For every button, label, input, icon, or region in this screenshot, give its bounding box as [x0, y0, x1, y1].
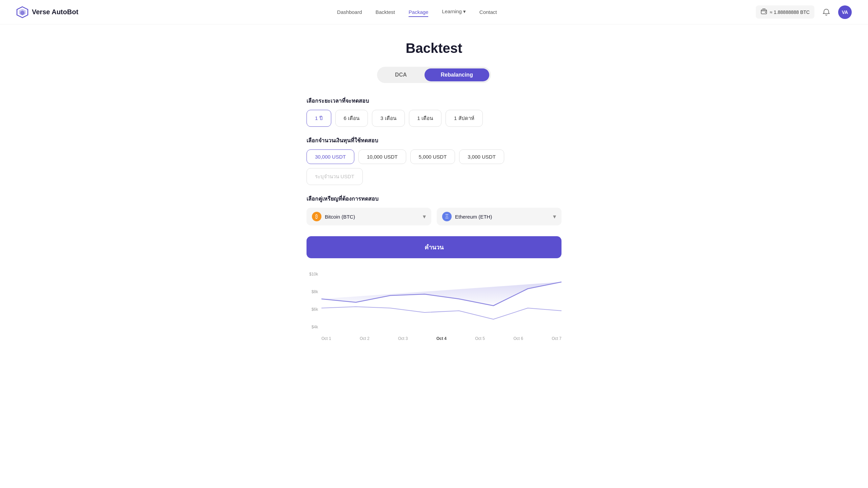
- y-label-10k: $10k: [309, 272, 318, 277]
- nav-link-learning[interactable]: Learning ▾: [442, 8, 466, 16]
- amount-option-5k[interactable]: 5,000 USDT: [410, 149, 455, 164]
- pair-label: เลือกคู่เหรียญที่ต้องการทดสอบ: [307, 195, 561, 203]
- y-label-6k: $6k: [312, 307, 318, 312]
- main-content: Backtest DCA Rebalancing เลือกระยะเวลาที…: [298, 24, 570, 353]
- calculate-button[interactable]: คำนวน: [307, 236, 561, 258]
- custom-amount-placeholder: ระบุจำนวน USDT: [315, 174, 354, 179]
- y-label-4k: $4k: [312, 325, 318, 329]
- period-label: เลือกระยะเวลาที่จะทดสอบ: [307, 97, 561, 105]
- notification-bell-button[interactable]: [821, 7, 831, 17]
- period-option-1y[interactable]: 1 ปี: [307, 110, 331, 127]
- period-option-3m[interactable]: 3 เดือน: [372, 110, 405, 127]
- nav-link-backtest[interactable]: Backtest: [376, 9, 395, 16]
- pair-row: ₿ Bitcoin (BTC) ▾ Ξ Ethereum (ETH) ▾: [307, 208, 561, 225]
- brand-logo[interactable]: Verse AutoBot: [16, 6, 78, 18]
- amount-label: เลือกจำนวนเงินทุนที่ใช้ทดสอบ: [307, 136, 561, 145]
- chevron-down-icon: ▾: [463, 8, 466, 15]
- svg-point-4: [765, 12, 766, 13]
- page-title: Backtest: [307, 41, 561, 56]
- x-label-oct4: Oct 4: [436, 336, 447, 341]
- chart-x-labels: Oct 1 Oct 2 Oct 3 Oct 4 Oct 5 Oct 6 Oct …: [321, 336, 561, 341]
- wallet-icon: [761, 8, 767, 16]
- nav-link-contact[interactable]: Contact: [479, 9, 497, 16]
- period-options: 1 ปี 6 เดือน 3 เดือน 1 เดือน 1 สัปดาห์: [307, 110, 561, 127]
- tab-dca[interactable]: DCA: [379, 68, 423, 81]
- chart-container: $10k $8k $6k $4k: [307, 272, 561, 340]
- chevron-down-icon: ▾: [423, 213, 426, 220]
- eth-label: Ethereum (ETH): [455, 214, 550, 220]
- period-section: เลือกระยะเวลาที่จะทดสอบ 1 ปี 6 เดือน 3 เ…: [307, 97, 561, 127]
- period-option-1w[interactable]: 1 สัปดาห์: [446, 110, 483, 127]
- y-label-8k: $8k: [312, 289, 318, 294]
- amount-option-30k[interactable]: 30,000 USDT: [307, 149, 354, 164]
- nav-item-learning[interactable]: Learning ▾: [442, 8, 466, 16]
- tab-container: DCA Rebalancing: [377, 67, 491, 83]
- logo-icon: [16, 6, 28, 18]
- brand-name: Verse AutoBot: [32, 8, 78, 16]
- chart-svg-wrapper: [321, 272, 561, 334]
- chevron-down-icon: ▾: [553, 213, 556, 220]
- wallet-amount: ≈ 1.88888888 BTC: [770, 9, 810, 15]
- chart-y-labels: $10k $8k $6k $4k: [307, 272, 320, 329]
- nav-link-dashboard[interactable]: Dashboard: [337, 9, 362, 16]
- nav-links: Dashboard Backtest Package Learning ▾ Co…: [337, 8, 497, 16]
- pair-section: เลือกคู่เหรียญที่ต้องการทดสอบ ₿ Bitcoin …: [307, 195, 561, 225]
- nav-link-package[interactable]: Package: [409, 9, 428, 17]
- navbar: Verse AutoBot Dashboard Backtest Package…: [0, 0, 868, 24]
- btc-icon: ₿: [312, 212, 321, 221]
- wallet-badge: ≈ 1.88888888 BTC: [756, 5, 814, 19]
- nav-item-package[interactable]: Package: [409, 9, 428, 15]
- chart-svg: [321, 272, 561, 333]
- btc-label: Bitcoin (BTC): [325, 214, 419, 220]
- chart-area: $10k $8k $6k $4k: [307, 272, 561, 340]
- amount-options: 30,000 USDT 10,000 USDT 5,000 USDT 3,000…: [307, 149, 561, 185]
- nav-right: ≈ 1.88888888 BTC VA: [756, 5, 852, 19]
- x-label-oct6: Oct 6: [513, 336, 523, 341]
- tab-rebalancing[interactable]: Rebalancing: [425, 68, 489, 81]
- amount-option-custom[interactable]: ระบุจำนวน USDT: [307, 168, 363, 185]
- nav-item-dashboard[interactable]: Dashboard: [337, 9, 362, 15]
- amount-option-3k[interactable]: 3,000 USDT: [459, 149, 504, 164]
- x-label-oct5: Oct 5: [475, 336, 485, 341]
- x-label-oct7: Oct 7: [552, 336, 561, 341]
- nav-item-backtest[interactable]: Backtest: [376, 9, 395, 15]
- period-option-6m[interactable]: 6 เดือน: [335, 110, 368, 127]
- amount-option-10k[interactable]: 10,000 USDT: [358, 149, 406, 164]
- period-option-1m[interactable]: 1 เดือน: [409, 110, 442, 127]
- eth-icon: Ξ: [442, 212, 452, 221]
- avatar[interactable]: VA: [838, 5, 852, 19]
- x-label-oct3: Oct 3: [398, 336, 408, 341]
- coin-select-eth[interactable]: Ξ Ethereum (ETH) ▾: [437, 208, 561, 225]
- tab-row: DCA Rebalancing: [307, 67, 561, 83]
- coin-select-btc[interactable]: ₿ Bitcoin (BTC) ▾: [307, 208, 431, 225]
- x-label-oct2: Oct 2: [360, 336, 370, 341]
- x-label-oct1: Oct 1: [321, 336, 331, 341]
- nav-item-contact[interactable]: Contact: [479, 9, 497, 15]
- amount-section: เลือกจำนวนเงินทุนที่ใช้ทดสอบ 30,000 USDT…: [307, 136, 561, 185]
